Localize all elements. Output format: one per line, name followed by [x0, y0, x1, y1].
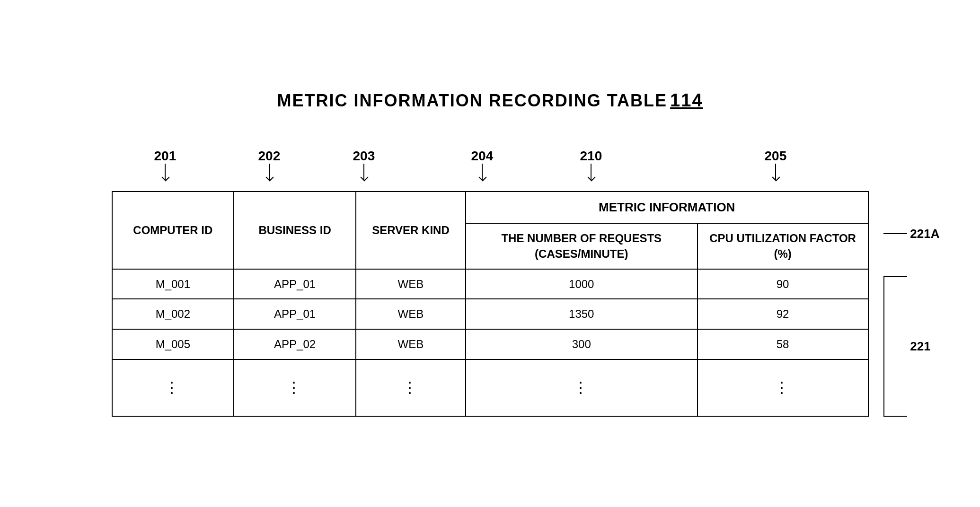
table-row: M_002 APP_01 WEB 1350 92: [112, 299, 868, 329]
table-row: M_005 APP_02 WEB 300 58: [112, 329, 868, 359]
title-number: 114: [670, 90, 703, 111]
header-metric-info: METRIC INFORMATION: [466, 192, 868, 223]
ref-label-204: 204: [471, 149, 494, 180]
ellipsis-col1: ⋮: [112, 359, 234, 416]
main-title: METRIC INFORMATION RECORDING TABLE 114: [277, 90, 703, 111]
ref-label-201: 201: [154, 149, 177, 180]
cell-server-kind: WEB: [356, 269, 466, 299]
ref-labels: 201 202 203 204 210 205: [112, 149, 869, 191]
cell-num-requests: 300: [466, 329, 697, 359]
ellipsis-col4: ⋮: [466, 359, 697, 416]
cell-computer-id: M_001: [112, 269, 234, 299]
cell-num-requests: 1000: [466, 269, 697, 299]
ellipsis-row: ⋮ ⋮ ⋮ ⋮ ⋮: [112, 359, 868, 416]
ellipsis-col2: ⋮: [234, 359, 356, 416]
ref-label-210: 210: [580, 149, 602, 180]
ref-label-202: 202: [258, 149, 281, 180]
cell-computer-id: M_002: [112, 299, 234, 329]
cell-cpu-util: 92: [697, 299, 868, 329]
cell-computer-id: M_005: [112, 329, 234, 359]
cell-business-id: APP_02: [234, 329, 356, 359]
title-text: METRIC INFORMATION RECORDING TABLE: [277, 91, 667, 111]
cell-server-kind: WEB: [356, 299, 466, 329]
title-area: METRIC INFORMATION RECORDING TABLE 114: [277, 90, 703, 111]
header-server-kind: SERVER KIND: [356, 192, 466, 269]
cell-business-id: APP_01: [234, 269, 356, 299]
header-business-id: BUSINESS ID: [234, 192, 356, 269]
side-annotations: 221A 221: [883, 191, 939, 416]
ellipsis-col3: ⋮: [356, 359, 466, 416]
table-wrapper: COMPUTER ID BUSINESS ID SERVER KIND METR…: [112, 191, 869, 416]
ellipsis-col5: ⋮: [697, 359, 868, 416]
side-label-221A: 221A: [883, 191, 939, 276]
cell-server-kind: WEB: [356, 329, 466, 359]
page-container: METRIC INFORMATION RECORDING TABLE 114 2…: [64, 71, 916, 435]
table-row: M_001 APP_01 WEB 1000 90: [112, 269, 868, 299]
ref-label-205: 205: [765, 149, 787, 180]
cell-cpu-util: 90: [697, 269, 868, 299]
header-cpu-util: CPU UTILIZATION FACTOR (%): [697, 223, 868, 269]
header-computer-id: COMPUTER ID: [112, 192, 234, 269]
diagram-container: 201 202 203 204 210 205: [112, 149, 869, 416]
ref-label-203: 203: [353, 149, 375, 180]
metric-table: COMPUTER ID BUSINESS ID SERVER KIND METR…: [112, 191, 869, 416]
cell-business-id: APP_01: [234, 299, 356, 329]
cell-num-requests: 1350: [466, 299, 697, 329]
header-num-requests: THE NUMBER OF REQUESTS (CASES/MINUTE): [466, 223, 697, 269]
cell-cpu-util: 58: [697, 329, 868, 359]
side-label-221: 221: [883, 276, 939, 416]
